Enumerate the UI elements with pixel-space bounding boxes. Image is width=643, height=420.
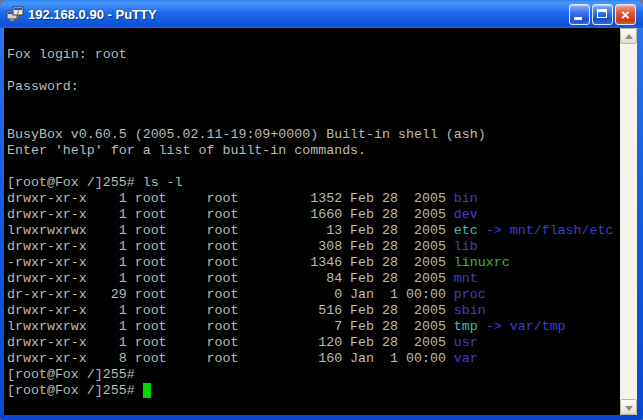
- putty-window: 192.168.0.90 - PuTTY × Fox login: root P…: [0, 0, 643, 420]
- terminal-line: -rwxr-xr-x 1 root root 1346 Feb 28 2005 …: [7, 255, 620, 271]
- terminal-text-segment: linuxrc: [454, 255, 510, 270]
- terminal-text-segment: -rwxr-xr-x 1 root root 1346 Feb 28 2005: [7, 255, 454, 270]
- terminal-text-segment: drwxr-xr-x 1 root root 1660 Feb 28 2005: [7, 207, 454, 222]
- terminal-line: [root@Fox /]255#: [7, 367, 620, 383]
- terminal-text-segment: drwxr-xr-x 1 root root 1352 Feb 28 2005: [7, 191, 454, 206]
- terminal-text-segment: Enter 'help' for a list of built-in comm…: [7, 143, 366, 158]
- terminal-text-segment: Password:: [7, 79, 79, 94]
- terminal-text-segment: Fox login: root: [7, 47, 127, 62]
- minimize-icon: [574, 17, 582, 20]
- terminal-line: [7, 111, 620, 127]
- terminal-text-segment: tmp: [454, 319, 478, 334]
- terminal-area: Fox login: root Password: BusyBox v0.60.…: [4, 28, 637, 415]
- terminal-text-segment: [root@Fox /]255# ls -l: [7, 175, 183, 190]
- terminal-line: [root@Fox /]255# ls -l: [7, 175, 620, 191]
- scroll-up-button[interactable]: [620, 28, 637, 44]
- terminal-text-segment: var: [454, 351, 478, 366]
- terminal-text-segment: usr: [454, 335, 478, 350]
- terminal-text-segment: sbin: [454, 303, 486, 318]
- terminal-line: drwxr-xr-x 1 root root 120 Feb 28 2005 u…: [7, 335, 620, 351]
- terminal-line: Fox login: root: [7, 47, 620, 63]
- terminal-cursor: [143, 383, 151, 398]
- terminal-line: drwxr-xr-x 8 root root 160 Jan 1 00:00 v…: [7, 351, 620, 367]
- terminal-text-segment: lrwxrwxrwx 1 root root 7 Feb 28 2005: [7, 319, 454, 334]
- close-button[interactable]: ×: [615, 4, 636, 25]
- terminal-line: lrwxrwxrwx 1 root root 13 Feb 28 2005 et…: [7, 223, 620, 239]
- terminal-line: Enter 'help' for a list of built-in comm…: [7, 143, 620, 159]
- terminal-line: drwxr-xr-x 1 root root 516 Feb 28 2005 s…: [7, 303, 620, 319]
- terminal-text-segment: mnt: [454, 271, 478, 286]
- terminal-text-segment: bin: [454, 191, 478, 206]
- scroll-down-icon: [625, 406, 633, 411]
- terminal-text-segment: drwxr-xr-x 8 root root 160 Jan 1 00:00: [7, 351, 454, 366]
- terminal-text-segment: [7, 111, 15, 126]
- maximize-icon: [597, 9, 607, 18]
- terminal-screen[interactable]: Fox login: root Password: BusyBox v0.60.…: [4, 28, 620, 415]
- terminal-text-segment: etc: [454, 223, 478, 238]
- terminal-text-segment: [root@Fox /]255#: [7, 383, 143, 398]
- terminal-text-segment: drwxr-xr-x 1 root root 308 Feb 28 2005: [7, 239, 454, 254]
- minimize-button[interactable]: [569, 4, 590, 25]
- terminal-line: [7, 159, 620, 175]
- terminal-line: lrwxrwxrwx 1 root root 7 Feb 28 2005 tmp…: [7, 319, 620, 335]
- terminal-text-segment: -> mnt/flash/etc: [478, 223, 614, 238]
- terminal-text-segment: [7, 159, 15, 174]
- close-icon: ×: [616, 5, 635, 24]
- terminal-line: drwxr-xr-x 1 root root 1660 Feb 28 2005 …: [7, 207, 620, 223]
- terminal-text-segment: [7, 31, 15, 46]
- terminal-text-segment: proc: [454, 287, 486, 302]
- terminal-line: Password:: [7, 79, 620, 95]
- terminal-scrollbar[interactable]: [620, 28, 637, 415]
- terminal-line: [7, 31, 620, 47]
- terminal-text-segment: lrwxrwxrwx 1 root root 13 Feb 28 2005: [7, 223, 454, 238]
- terminal-text-segment: drwxr-xr-x 1 root root 84 Feb 28 2005: [7, 271, 454, 286]
- terminal-text-segment: lib: [454, 239, 478, 254]
- terminal-line: [7, 95, 620, 111]
- terminal-line: drwxr-xr-x 1 root root 308 Feb 28 2005 l…: [7, 239, 620, 255]
- terminal-line: [root@Fox /]255#: [7, 383, 620, 399]
- putty-icon[interactable]: [6, 6, 24, 22]
- terminal-text-segment: drwxr-xr-x 1 root root 120 Feb 28 2005: [7, 335, 454, 350]
- terminal-text-segment: drwxr-xr-x 1 root root 516 Feb 28 2005: [7, 303, 454, 318]
- terminal-line: drwxr-xr-x 1 root root 84 Feb 28 2005 mn…: [7, 271, 620, 287]
- terminal-text-segment: dev: [454, 207, 478, 222]
- terminal-line: [7, 63, 620, 79]
- terminal-text-segment: dr-xr-xr-x 29 root root 0 Jan 1 00:00: [7, 287, 454, 302]
- scroll-down-button[interactable]: [620, 399, 637, 415]
- terminal-line: dr-xr-xr-x 29 root root 0 Jan 1 00:00 pr…: [7, 287, 620, 303]
- window-title: 192.168.0.90 - PuTTY: [28, 7, 569, 22]
- terminal-text-segment: [root@Fox /]255#: [7, 367, 135, 382]
- terminal-text-segment: [7, 95, 15, 110]
- titlebar[interactable]: 192.168.0.90 - PuTTY ×: [0, 0, 643, 28]
- scroll-up-icon: [625, 34, 633, 39]
- terminal-text-segment: -> var/tmp: [478, 319, 566, 334]
- maximize-button[interactable]: [592, 4, 613, 25]
- terminal-text-segment: [7, 63, 15, 78]
- terminal-line: drwxr-xr-x 1 root root 1352 Feb 28 2005 …: [7, 191, 620, 207]
- window-controls: ×: [569, 4, 636, 25]
- terminal-line: BusyBox v0.60.5 (2005.02.11-19:09+0000) …: [7, 127, 620, 143]
- terminal-text-segment: BusyBox v0.60.5 (2005.02.11-19:09+0000) …: [7, 127, 486, 142]
